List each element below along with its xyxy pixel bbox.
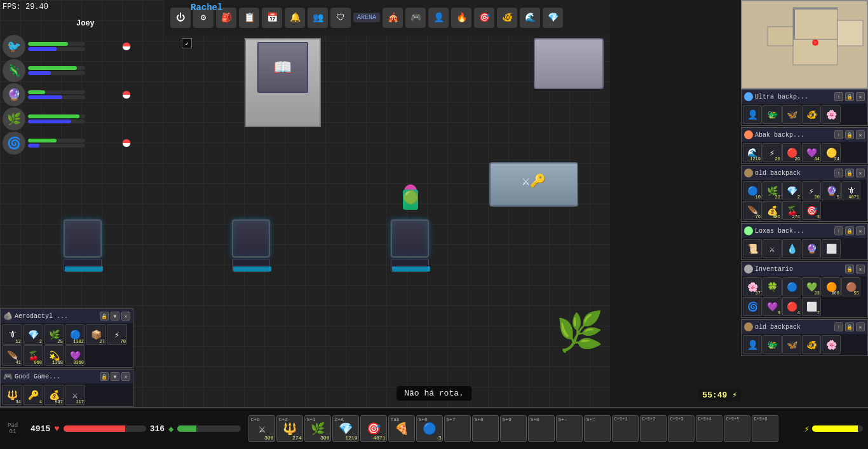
inv-slot-lx1[interactable]: 📜 (743, 239, 762, 258)
market-button[interactable]: 🎪 (383, 8, 403, 28)
hotbar-slot-s0[interactable]: S+0 (528, 415, 555, 442)
party-member-1[interactable]: 🐦 (3, 35, 131, 58)
inv-slot-u2[interactable]: 🐲 (763, 105, 782, 124)
old-bottom-close-btn[interactable]: ✕ (856, 322, 865, 331)
inv-slot-inv1[interactable]: 🌸37 (743, 277, 762, 296)
loxas-up-btn[interactable]: ↑ (834, 226, 843, 235)
bag-slot-a5[interactable]: 📦27 (86, 324, 106, 345)
bag-slot-g1[interactable]: 🔱34 (2, 385, 22, 405)
hotbar-slot-s1[interactable]: S+1 🌿 306 (304, 415, 331, 442)
old-bottom-up-btn[interactable]: ↑ (834, 322, 843, 331)
bag-slot-a9[interactable]: 💫1368 (44, 345, 64, 366)
power-button[interactable]: ⏻ (170, 8, 191, 28)
inv-slot-inv7[interactable]: 🌀 (743, 297, 762, 316)
loxas-close-btn[interactable]: ✕ (856, 226, 865, 235)
abak-lock-btn[interactable]: 🔒 (845, 130, 854, 139)
calendar-button[interactable]: 📅 (262, 8, 282, 28)
fish-button[interactable]: 🐠 (497, 8, 517, 28)
goodgame-lock-btn[interactable]: 🔒 (100, 372, 109, 381)
inv-slot-ob2[interactable]: 🌿22 (763, 181, 782, 200)
bag-slot-g2[interactable]: 🔑4 (23, 385, 43, 405)
hotbar-slot-s8[interactable]: S+8 (472, 415, 499, 442)
inv-slot-inv2[interactable]: 🍀 (763, 277, 782, 296)
party2-button[interactable]: 🎮 (405, 8, 426, 28)
computer-3[interactable] (391, 219, 429, 272)
inventario-lock-btn[interactable]: 🔒 (845, 265, 854, 273)
inv-slot-lx5[interactable]: ⬜ (822, 239, 841, 258)
bag-slot-g4[interactable]: ⚔117 (65, 385, 85, 405)
hotbar-slot-cs2[interactable]: C+S+2 (640, 415, 667, 442)
hotbar-slot-s7[interactable]: S+7 (444, 415, 471, 442)
inv-slot-ob3[interactable]: 💎2 (782, 181, 801, 200)
inv-slot-inv8[interactable]: 💜3 (763, 297, 782, 316)
hotbar-slot-cs5[interactable]: C+S+5 (724, 415, 750, 442)
goodgame-close-btn[interactable]: ✕ (121, 372, 130, 381)
party-member-5[interactable]: 🌀 (3, 132, 131, 155)
inv-slot-obl2[interactable]: 🐲 (763, 335, 782, 354)
hotbar-slot-s9[interactable]: S+9 (500, 415, 527, 442)
goodgame-arrow-btn[interactable]: ▼ (111, 372, 119, 381)
hotbar-slot-cs1[interactable]: C+S+1 (612, 415, 639, 442)
inv-slot-obl1[interactable]: 👤 (743, 335, 762, 354)
hotbar-slot-sdash[interactable]: S+- (556, 415, 583, 442)
hotbar-slot-h5[interactable]: 🎯 4871 (360, 415, 387, 442)
loxas-lock-btn[interactable]: 🔒 (845, 226, 854, 235)
inv-slot-inv5[interactable]: 🟠666 (822, 277, 841, 296)
inv-slot-ob8[interactable]: 💰306 (763, 201, 782, 220)
bag-slot-a8[interactable]: 🍒968 (23, 345, 43, 366)
ultra-up-btn[interactable]: ↑ (834, 92, 843, 101)
hotbar-slot-s6[interactable]: S+6 🔵 3 (416, 415, 443, 442)
inv-slot-ab1[interactable]: 🌊1219 (743, 143, 762, 162)
computer-2[interactable] (232, 219, 270, 272)
hotbar-slot-cd[interactable]: C+D ⚔ 306 (248, 415, 275, 442)
abak-close-btn[interactable]: ✕ (856, 130, 865, 139)
inv-slot-ob1[interactable]: 🔵10 (743, 181, 762, 200)
character-button[interactable]: 👤 (428, 8, 449, 28)
inv-slot-lx2[interactable]: ⚔ (763, 239, 782, 258)
inv-slot-ob10[interactable]: 🎯3 (802, 201, 821, 220)
bag-slot-a7[interactable]: 🪶41 (2, 345, 22, 366)
inventario-close-btn[interactable]: ✕ (856, 265, 865, 273)
inv-slot-ob4[interactable]: ⚡20 (802, 181, 821, 200)
inv-slot-obl4[interactable]: 🐠 (802, 335, 821, 354)
old-top-lock-btn[interactable]: 🔒 (845, 169, 854, 177)
bell-button[interactable]: 🔔 (285, 8, 305, 28)
hotbar-slot-za[interactable]: Z+A 💎 1219 (332, 415, 359, 442)
hotbar-slot-cs4[interactable]: C+S+4 (696, 415, 722, 442)
inv-slot-inv3[interactable]: 🔵 (782, 277, 801, 296)
bag-slot-a6[interactable]: ⚡70 (107, 324, 127, 345)
inv-slot-ob7[interactable]: 🪶76 (743, 201, 762, 220)
inv-slot-inv4[interactable]: 💚23 (802, 277, 821, 296)
bag-slot-a2[interactable]: 💎2 (23, 324, 43, 345)
old-bottom-lock-btn[interactable]: 🔒 (845, 322, 854, 331)
inv-slot-ob6[interactable]: 🗡4871 (841, 181, 860, 200)
bag-slot-a1[interactable]: 🗡12 (2, 324, 22, 345)
ultra-close-btn[interactable]: ✕ (856, 92, 865, 101)
party-button[interactable]: 👥 (308, 8, 328, 28)
party-member-4[interactable]: 🌿 (3, 107, 131, 130)
inv-slot-u4[interactable]: 🐠 (802, 105, 821, 124)
aerodactyl-close-btn[interactable]: ✕ (121, 312, 130, 321)
party-member-3[interactable]: 🔮 (3, 83, 131, 106)
inv-slot-ob9[interactable]: 🍒274 (782, 201, 801, 220)
ultra-lock-btn[interactable]: 🔒 (845, 92, 854, 101)
inv-slot-obl5[interactable]: 🌸 (822, 335, 841, 354)
inv-slot-inv6[interactable]: 🟤55 (841, 277, 860, 296)
hotbar-slot-cz[interactable]: C+Z 🔱 274 (276, 415, 303, 442)
party-member-2[interactable]: 🦎 (3, 59, 131, 82)
fire-button[interactable]: 🔥 (451, 8, 471, 28)
inv-slot-obl3[interactable]: 🦋 (782, 335, 801, 354)
hotbar-slot-seq[interactable]: S+= (584, 415, 611, 442)
old-top-close-btn[interactable]: ✕ (856, 169, 865, 177)
hotbar-slot-cs3[interactable]: C+S+3 (668, 415, 695, 442)
map-button[interactable]: 📋 (239, 8, 259, 28)
abak-up-btn[interactable]: ↑ (834, 130, 843, 139)
shield-button[interactable]: 🛡 (330, 8, 351, 28)
inv-slot-u3[interactable]: 🦋 (782, 105, 801, 124)
bag-slot-a4[interactable]: 🔵1382 (65, 324, 85, 345)
bag-slot-a3[interactable]: 🌿25 (44, 324, 64, 345)
gem-button[interactable]: 💎 (543, 8, 563, 28)
bag-slot-a10[interactable]: 💜3368 (65, 345, 85, 366)
wave-button[interactable]: 🌊 (520, 8, 540, 28)
old-top-up-btn[interactable]: ↑ (834, 169, 843, 177)
